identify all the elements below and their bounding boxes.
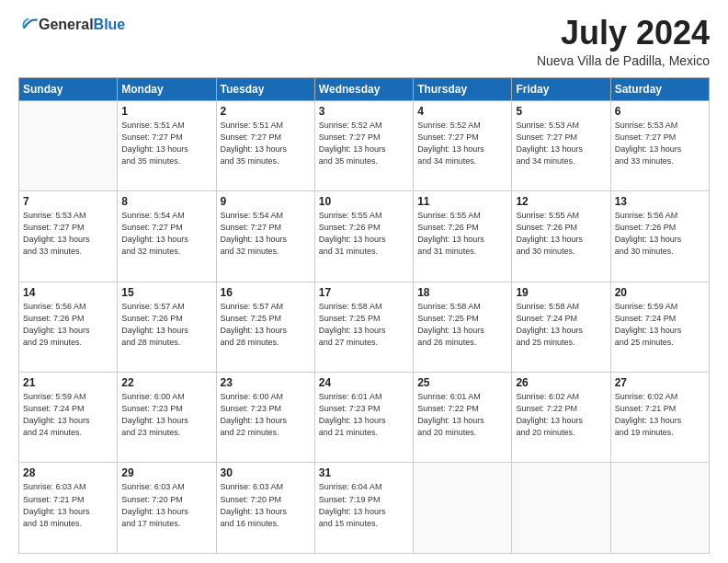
day-number: 21 <box>23 376 113 389</box>
day-number: 5 <box>516 105 606 118</box>
table-row: 23 Sunrise: 6:00 AMSunset: 7:23 PMDaylig… <box>216 373 314 463</box>
day-number: 29 <box>121 466 211 479</box>
table-row <box>19 100 118 190</box>
logo: GeneralBlue <box>18 15 125 35</box>
calendar-week-row: 1 Sunrise: 5:51 AMSunset: 7:27 PMDayligh… <box>19 100 710 190</box>
day-number: 31 <box>319 466 409 479</box>
day-info: Sunrise: 6:00 AMSunset: 7:23 PMDaylight:… <box>121 391 211 439</box>
day-info: Sunrise: 5:51 AMSunset: 7:27 PMDaylight:… <box>121 120 211 167</box>
table-row: 10 Sunrise: 5:55 AMSunset: 7:26 PMDaylig… <box>314 191 413 282</box>
col-saturday: Saturday <box>610 77 709 100</box>
day-info: Sunrise: 6:00 AMSunset: 7:23 PMDaylight:… <box>221 391 311 439</box>
table-row: 17 Sunrise: 5:58 AMSunset: 7:25 PMDaylig… <box>314 282 413 372</box>
day-info: Sunrise: 5:59 AMSunset: 7:24 PMDaylight:… <box>23 391 113 439</box>
table-row: 9 Sunrise: 5:54 AMSunset: 7:27 PMDayligh… <box>216 191 314 282</box>
day-number: 4 <box>417 105 507 118</box>
day-number: 8 <box>121 195 211 208</box>
day-number: 18 <box>417 286 507 299</box>
table-row: 1 Sunrise: 5:51 AMSunset: 7:27 PMDayligh… <box>118 100 216 190</box>
day-info: Sunrise: 5:54 AMSunset: 7:27 PMDaylight:… <box>121 210 211 258</box>
day-info: Sunrise: 5:53 AMSunset: 7:27 PMDaylight:… <box>23 210 113 258</box>
table-row: 22 Sunrise: 6:00 AMSunset: 7:23 PMDaylig… <box>118 373 216 463</box>
table-row: 16 Sunrise: 5:57 AMSunset: 7:25 PMDaylig… <box>216 282 314 372</box>
title-area: July 2024 Nueva Villa de Padilla, Mexico <box>537 15 710 68</box>
day-info: Sunrise: 5:59 AMSunset: 7:24 PMDaylight:… <box>615 301 705 349</box>
logo-icon <box>18 15 39 35</box>
table-row: 15 Sunrise: 5:57 AMSunset: 7:26 PMDaylig… <box>118 282 216 372</box>
day-info: Sunrise: 6:02 AMSunset: 7:21 PMDaylight:… <box>615 391 705 439</box>
day-number: 14 <box>23 286 113 299</box>
table-row: 24 Sunrise: 6:01 AMSunset: 7:23 PMDaylig… <box>314 373 413 463</box>
day-number: 28 <box>23 466 113 479</box>
location-subtitle: Nueva Villa de Padilla, Mexico <box>537 53 710 68</box>
day-number: 24 <box>319 376 409 389</box>
calendar-week-row: 21 Sunrise: 5:59 AMSunset: 7:24 PMDaylig… <box>19 373 710 463</box>
day-number: 7 <box>23 195 113 208</box>
calendar-week-row: 7 Sunrise: 5:53 AMSunset: 7:27 PMDayligh… <box>19 191 710 282</box>
logo-blue: Blue <box>94 17 126 32</box>
calendar-week-row: 28 Sunrise: 6:03 AMSunset: 7:21 PMDaylig… <box>19 463 710 554</box>
table-row: 12 Sunrise: 5:55 AMSunset: 7:26 PMDaylig… <box>512 191 610 282</box>
day-info: Sunrise: 5:55 AMSunset: 7:26 PMDaylight:… <box>516 210 606 258</box>
day-info: Sunrise: 5:53 AMSunset: 7:27 PMDaylight:… <box>516 120 606 167</box>
table-row <box>512 463 610 554</box>
table-row: 27 Sunrise: 6:02 AMSunset: 7:21 PMDaylig… <box>610 373 709 463</box>
table-row: 5 Sunrise: 5:53 AMSunset: 7:27 PMDayligh… <box>512 100 610 190</box>
day-number: 25 <box>417 376 507 389</box>
day-info: Sunrise: 5:56 AMSunset: 7:26 PMDaylight:… <box>23 301 113 349</box>
day-number: 3 <box>319 105 409 118</box>
page: GeneralBlue July 2024 Nueva Villa de Pad… <box>0 0 728 563</box>
calendar-week-row: 14 Sunrise: 5:56 AMSunset: 7:26 PMDaylig… <box>19 282 710 372</box>
day-info: Sunrise: 5:55 AMSunset: 7:26 PMDaylight:… <box>417 210 507 258</box>
logo-general: General <box>39 17 94 32</box>
table-row: 7 Sunrise: 5:53 AMSunset: 7:27 PMDayligh… <box>19 191 118 282</box>
col-friday: Friday <box>512 77 610 100</box>
table-row: 14 Sunrise: 5:56 AMSunset: 7:26 PMDaylig… <box>19 282 118 372</box>
table-row <box>414 463 512 554</box>
table-row: 6 Sunrise: 5:53 AMSunset: 7:27 PMDayligh… <box>610 100 709 190</box>
day-info: Sunrise: 5:58 AMSunset: 7:25 PMDaylight:… <box>319 301 409 349</box>
table-row: 13 Sunrise: 5:56 AMSunset: 7:26 PMDaylig… <box>610 191 709 282</box>
table-row: 30 Sunrise: 6:03 AMSunset: 7:20 PMDaylig… <box>216 463 314 554</box>
table-row: 28 Sunrise: 6:03 AMSunset: 7:21 PMDaylig… <box>19 463 118 554</box>
day-info: Sunrise: 5:52 AMSunset: 7:27 PMDaylight:… <box>417 120 507 167</box>
table-row <box>610 463 709 554</box>
day-number: 19 <box>516 286 606 299</box>
day-number: 2 <box>221 105 311 118</box>
day-number: 12 <box>516 195 606 208</box>
day-number: 22 <box>121 376 211 389</box>
day-info: Sunrise: 6:03 AMSunset: 7:20 PMDaylight:… <box>221 481 311 529</box>
day-info: Sunrise: 5:58 AMSunset: 7:24 PMDaylight:… <box>516 301 606 349</box>
table-row: 4 Sunrise: 5:52 AMSunset: 7:27 PMDayligh… <box>414 100 512 190</box>
day-number: 27 <box>615 376 705 389</box>
day-number: 30 <box>221 466 311 479</box>
day-number: 6 <box>615 105 705 118</box>
day-number: 10 <box>319 195 409 208</box>
day-info: Sunrise: 5:54 AMSunset: 7:27 PMDaylight:… <box>221 210 311 258</box>
day-number: 16 <box>221 286 311 299</box>
day-info: Sunrise: 5:57 AMSunset: 7:26 PMDaylight:… <box>121 301 211 349</box>
col-sunday: Sunday <box>19 77 118 100</box>
table-row: 26 Sunrise: 6:02 AMSunset: 7:22 PMDaylig… <box>512 373 610 463</box>
day-info: Sunrise: 5:52 AMSunset: 7:27 PMDaylight:… <box>319 120 409 167</box>
day-number: 15 <box>121 286 211 299</box>
header: GeneralBlue July 2024 Nueva Villa de Pad… <box>18 15 710 68</box>
day-info: Sunrise: 6:04 AMSunset: 7:19 PMDaylight:… <box>319 481 409 529</box>
day-number: 17 <box>319 286 409 299</box>
day-info: Sunrise: 5:57 AMSunset: 7:25 PMDaylight:… <box>221 301 311 349</box>
day-info: Sunrise: 5:56 AMSunset: 7:26 PMDaylight:… <box>615 210 705 258</box>
day-number: 13 <box>615 195 705 208</box>
day-info: Sunrise: 6:01 AMSunset: 7:22 PMDaylight:… <box>417 391 507 439</box>
day-info: Sunrise: 5:51 AMSunset: 7:27 PMDaylight:… <box>221 120 311 167</box>
col-thursday: Thursday <box>414 77 512 100</box>
table-row: 19 Sunrise: 5:58 AMSunset: 7:24 PMDaylig… <box>512 282 610 372</box>
table-row: 11 Sunrise: 5:55 AMSunset: 7:26 PMDaylig… <box>414 191 512 282</box>
day-number: 20 <box>615 286 705 299</box>
calendar-table: Sunday Monday Tuesday Wednesday Thursday… <box>18 77 710 554</box>
day-info: Sunrise: 6:02 AMSunset: 7:22 PMDaylight:… <box>516 391 606 439</box>
table-row: 18 Sunrise: 5:58 AMSunset: 7:25 PMDaylig… <box>414 282 512 372</box>
table-row: 8 Sunrise: 5:54 AMSunset: 7:27 PMDayligh… <box>118 191 216 282</box>
col-monday: Monday <box>118 77 216 100</box>
day-number: 23 <box>221 376 311 389</box>
table-row: 20 Sunrise: 5:59 AMSunset: 7:24 PMDaylig… <box>610 282 709 372</box>
